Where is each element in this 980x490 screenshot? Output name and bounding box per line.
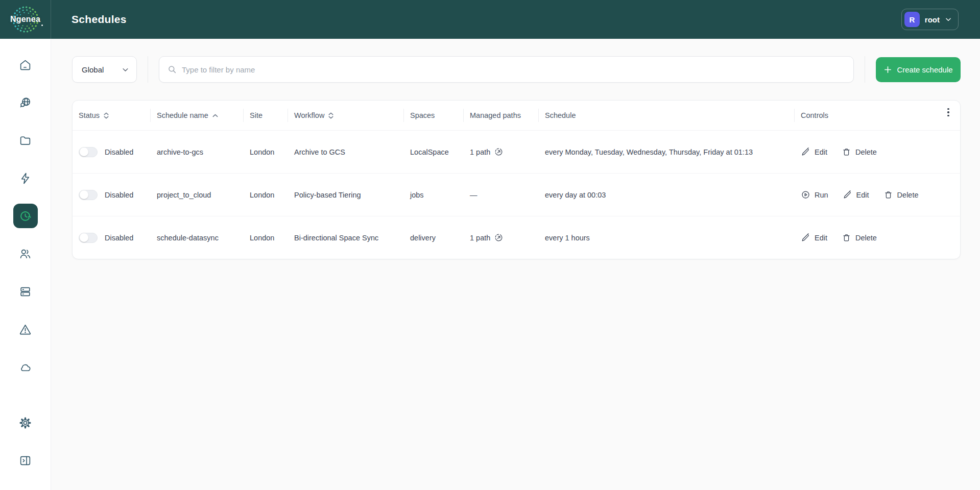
edit-button[interactable]: Edit — [843, 190, 869, 200]
schedule-name-cell: project_to_cloud — [151, 191, 244, 199]
create-schedule-label: Create schedule — [897, 65, 952, 74]
column-header-schedule-name[interactable]: Schedule name — [151, 109, 244, 122]
toolbar-divider — [865, 56, 865, 83]
scope-select[interactable]: Global — [72, 56, 137, 83]
folder-icon — [19, 134, 32, 147]
sidebar-bottom-group — [13, 410, 38, 473]
logo-box: Ngenea — [0, 0, 51, 39]
gear-icon — [19, 416, 32, 429]
toolbar-divider — [148, 56, 148, 83]
workflow-cell: Archive to GCS — [288, 148, 404, 156]
status-label: Disabled — [105, 148, 133, 156]
sidebar-item-folders[interactable] — [13, 128, 38, 153]
logo-text: Ngenea — [10, 15, 40, 24]
home-icon — [19, 59, 32, 71]
globe-search-icon — [19, 96, 32, 109]
status-toggle[interactable] — [79, 147, 98, 157]
table-header-row: Status Schedule name Site Workflow — [73, 101, 960, 130]
scheduled-path-timer-icon[interactable] — [494, 233, 504, 242]
status-cell: Disabled — [73, 233, 151, 243]
schedule-cell: every Monday, Tuesday, Wednesday, Thursd… — [539, 148, 795, 156]
sidebar-item-settings[interactable] — [13, 410, 38, 435]
clock-history-icon — [19, 210, 32, 223]
scope-select-value: Global — [82, 65, 104, 74]
main-content: Global Create schedule Status S — [51, 39, 980, 490]
status-cell: Disabled — [73, 190, 151, 200]
table-options-kebab-icon[interactable] — [942, 105, 955, 120]
avatar: R — [904, 12, 920, 27]
controls-cell: Run Edit Delete — [795, 190, 960, 200]
sidebar-item-discover[interactable] — [13, 90, 38, 115]
column-header-site[interactable]: Site — [244, 109, 288, 122]
user-name: root — [925, 15, 940, 24]
workflow-cell: Bi-directional Space Sync — [288, 234, 404, 242]
spaces-cell: delivery — [404, 234, 464, 242]
alert-triangle-icon — [19, 323, 32, 336]
site-cell: London — [244, 234, 288, 242]
pencil-icon — [843, 190, 852, 200]
column-header-managed-paths[interactable]: Managed paths — [464, 109, 539, 122]
column-header-controls: Controls — [795, 109, 960, 122]
schedules-table-card: Status Schedule name Site Workflow — [72, 100, 961, 259]
server-stack-icon — [19, 285, 32, 298]
managed-paths-cell: 1 path — [464, 147, 539, 157]
trash-icon — [842, 147, 851, 157]
top-bar: Ngenea Schedules R root — [0, 0, 980, 39]
zap-icon — [19, 172, 32, 185]
sidebar-item-activity[interactable] — [13, 166, 38, 190]
workflow-cell: Policy-based Tiering — [288, 191, 404, 199]
search-input[interactable] — [182, 65, 845, 74]
chevron-down-icon — [122, 66, 129, 74]
column-header-status[interactable]: Status — [73, 109, 151, 122]
schedule-cell: every day at 00:03 — [539, 191, 795, 199]
trash-icon — [883, 190, 893, 200]
status-toggle[interactable] — [79, 190, 98, 200]
edit-button[interactable]: Edit — [801, 147, 827, 157]
scheduled-path-timer-icon[interactable] — [494, 147, 504, 157]
managed-paths-cell: 1 path — [464, 233, 539, 242]
sort-both-icon — [328, 112, 333, 119]
sidebar-item-nodes[interactable] — [13, 279, 38, 304]
delete-button[interactable]: Delete — [842, 233, 877, 242]
trash-icon — [842, 233, 851, 242]
controls-cell: Edit Delete — [795, 147, 960, 157]
edit-button[interactable]: Edit — [801, 233, 827, 242]
table-row: Disabled archive-to-gcs London Archive t… — [73, 130, 960, 173]
column-header-spaces[interactable]: Spaces — [404, 109, 464, 122]
search-icon — [168, 65, 177, 74]
sidebar — [0, 39, 51, 490]
sidebar-item-alerts[interactable] — [13, 317, 38, 341]
sidebar-item-users[interactable] — [13, 241, 38, 266]
spaces-cell: LocalSpace — [404, 148, 464, 156]
schedule-name-cell: schedule-datasync — [151, 234, 244, 242]
users-icon — [19, 248, 32, 260]
site-cell: London — [244, 191, 288, 199]
user-menu[interactable]: R root — [901, 9, 959, 30]
sidebar-item-home[interactable] — [13, 53, 38, 77]
sidebar-item-cloud[interactable] — [13, 355, 38, 379]
create-schedule-button[interactable]: Create schedule — [876, 57, 961, 82]
status-cell: Disabled — [73, 147, 151, 157]
delete-button[interactable]: Delete — [842, 147, 877, 157]
search-box — [159, 56, 854, 83]
column-header-workflow[interactable]: Workflow — [288, 109, 404, 122]
table-row: Disabled project_to_cloud London Policy-… — [73, 173, 960, 216]
run-button[interactable]: Run — [801, 190, 828, 200]
managed-paths-cell: — — [464, 191, 539, 199]
schedule-name-cell: archive-to-gcs — [151, 148, 244, 156]
chevron-down-icon — [945, 16, 952, 23]
delete-button[interactable]: Delete — [883, 190, 919, 200]
page-title: Schedules — [71, 13, 127, 26]
column-header-schedule[interactable]: Schedule — [539, 109, 795, 122]
table-row: Disabled schedule-datasync London Bi-dir… — [73, 216, 960, 259]
status-label: Disabled — [105, 234, 133, 242]
schedule-cell: every 1 hours — [539, 234, 795, 242]
toolbar: Global Create schedule — [72, 56, 961, 83]
sort-asc-icon — [212, 114, 218, 117]
sidebar-item-schedules[interactable] — [13, 204, 38, 228]
pencil-icon — [801, 233, 810, 242]
status-toggle[interactable] — [79, 233, 98, 243]
spaces-cell: jobs — [404, 191, 464, 199]
sidebar-item-collapse-panel[interactable] — [13, 448, 38, 473]
ngenea-logo[interactable]: Ngenea — [11, 5, 40, 34]
